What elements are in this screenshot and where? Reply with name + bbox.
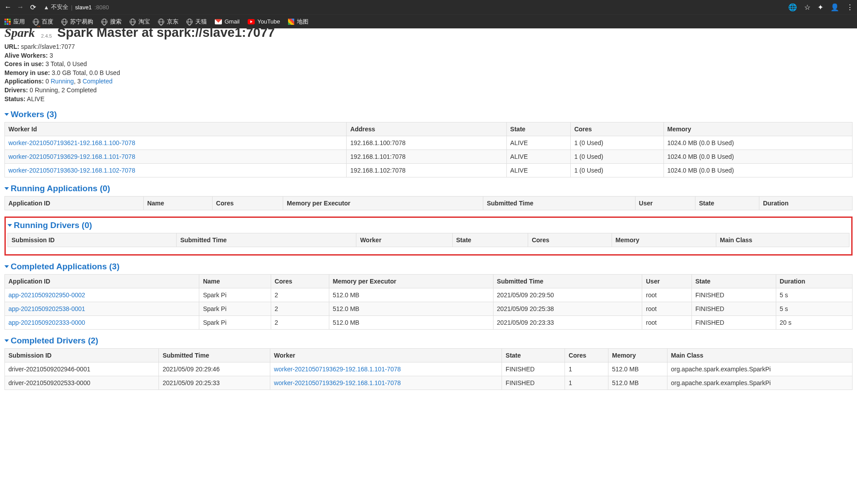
cell-user: root	[642, 288, 691, 302]
globe-icon	[61, 19, 67, 25]
cell-subtime: 2021/05/09 20:25:33	[159, 376, 270, 390]
address-bar[interactable]: ▲ 不安全 | slave1:8080	[43, 3, 109, 11]
running-drivers-heading[interactable]: Running Drivers (0)	[8, 220, 849, 230]
col-worker-id[interactable]: Worker Id	[5, 122, 347, 136]
col-main[interactable]: Main Class	[667, 349, 852, 362]
table-row: worker-20210507193630-192.168.1.102-7078…	[5, 164, 853, 177]
cell-user: root	[642, 316, 691, 330]
col-user[interactable]: User	[642, 275, 691, 288]
running-apps-heading[interactable]: Running Applications (0)	[4, 184, 853, 193]
col-cores[interactable]: Cores	[212, 197, 283, 210]
completed-apps-link[interactable]: Completed	[83, 78, 113, 85]
cell-name: Spark Pi	[199, 302, 271, 316]
bookmark-youtube[interactable]: YouTube	[248, 18, 280, 25]
bookmark-gmail[interactable]: Gmail	[215, 18, 240, 25]
col-worker[interactable]: Worker	[356, 233, 452, 247]
col-worker[interactable]: Worker	[270, 349, 502, 362]
col-mem[interactable]: Memory per Executor	[329, 275, 493, 288]
bookmark-tmall[interactable]: 天猫	[186, 18, 207, 26]
page-title: Spark Master at spark://slave1:7077	[57, 26, 275, 40]
completed-apps-table: Application ID Name Cores Memory per Exe…	[4, 274, 853, 330]
col-mem[interactable]: Memory per Executor	[283, 197, 483, 210]
menu-icon[interactable]: ⋮	[846, 3, 853, 12]
col-state[interactable]: State	[691, 275, 776, 288]
worker-link[interactable]: worker-20210507193621-192.168.1.100-7078	[8, 139, 135, 146]
info-drivers-label: Drivers:	[4, 87, 28, 94]
table-row: driver-20210509202533-00002021/05/09 20:…	[5, 376, 853, 390]
app-link[interactable]: app-20210509202333-0000	[8, 319, 85, 326]
running-apps-section: Running Applications (0) Application ID …	[4, 184, 853, 210]
info-drivers-value: 0 Running, 2 Completed	[30, 87, 97, 94]
back-button[interactable]: ←	[4, 3, 12, 11]
col-cores[interactable]: Cores	[565, 349, 608, 362]
col-appid[interactable]: Application ID	[5, 197, 144, 210]
workers-heading[interactable]: Workers (3)	[4, 110, 853, 119]
col-user[interactable]: User	[635, 197, 695, 210]
col-sub[interactable]: Submitted Time	[493, 275, 642, 288]
col-subtime[interactable]: Submitted Time	[159, 349, 270, 362]
cell-duration: 20 s	[776, 316, 852, 330]
worker-link[interactable]: worker-20210507193630-192.168.1.102-7078	[8, 167, 135, 174]
col-state[interactable]: State	[695, 197, 759, 210]
col-subid[interactable]: Submission ID	[5, 349, 159, 362]
table-row: worker-20210507193621-192.168.1.100-7078…	[5, 136, 853, 150]
col-dur[interactable]: Duration	[759, 197, 853, 210]
completed-apps-heading[interactable]: Completed Applications (3)	[4, 262, 853, 272]
col-mem[interactable]: Memory	[612, 233, 716, 247]
col-name[interactable]: Name	[199, 275, 271, 288]
cell-subid: driver-20210509202533-0000	[5, 376, 159, 390]
app-link[interactable]: app-20210509202538-0001	[8, 305, 85, 312]
bookmark-search[interactable]: 搜索	[101, 18, 122, 26]
security-indicator[interactable]: ▲ 不安全	[43, 3, 68, 11]
workers-table: Worker Id Address State Cores Memory wor…	[4, 122, 853, 177]
col-state[interactable]: State	[452, 233, 528, 247]
worker-link[interactable]: worker-20210507193629-192.168.1.101-7078	[8, 153, 135, 160]
col-name[interactable]: Name	[143, 197, 212, 210]
browser-toolbar: ← → ⟳ ▲ 不安全 | slave1:8080 🌐 ☆ ✦ 👤 ⋮	[0, 0, 857, 14]
worker-link[interactable]: worker-20210507193629-192.168.1.101-7078	[274, 379, 401, 386]
star-icon[interactable]: ☆	[804, 3, 810, 12]
spark-version: 2.4.5	[41, 33, 51, 39]
cell-cores: 1 (0 Used)	[570, 136, 663, 150]
col-subid[interactable]: Submission ID	[8, 233, 177, 247]
col-memory[interactable]: Memory	[663, 122, 853, 136]
col-mem[interactable]: Memory	[608, 349, 667, 362]
app-link[interactable]: app-20210509202950-0002	[8, 291, 85, 299]
caret-down-icon	[8, 224, 12, 227]
col-appid[interactable]: Application ID	[5, 275, 199, 288]
cell-subtime: 2021/05/09 20:29:46	[159, 362, 270, 376]
page-header: Spark 2.4.5 Spark Master at spark://slav…	[4, 26, 853, 40]
worker-link[interactable]: worker-20210507193629-192.168.1.101-7078	[274, 366, 401, 373]
forward-button[interactable]: →	[16, 3, 25, 11]
col-state[interactable]: State	[506, 122, 570, 136]
col-main[interactable]: Main Class	[716, 233, 849, 247]
cell-mem: 512.0 MB	[329, 288, 493, 302]
reload-button[interactable]: ⟳	[28, 3, 37, 12]
col-address[interactable]: Address	[347, 122, 506, 136]
running-apps-link[interactable]: Running	[51, 78, 74, 85]
col-state[interactable]: State	[502, 349, 565, 362]
bookmark-suning[interactable]: 苏宁易购	[61, 18, 93, 26]
caret-down-icon	[4, 339, 9, 342]
cell-cores: 2	[271, 316, 329, 330]
col-cores[interactable]: Cores	[570, 122, 663, 136]
col-cores[interactable]: Cores	[528, 233, 612, 247]
col-cores[interactable]: Cores	[271, 275, 329, 288]
bookmark-map[interactable]: 地图	[288, 18, 308, 26]
bookmark-baidu[interactable]: 百度	[33, 18, 53, 26]
col-subtime[interactable]: Submitted Time	[177, 233, 356, 247]
completed-drivers-heading[interactable]: Completed Drivers (2)	[4, 336, 853, 346]
profile-icon[interactable]: 👤	[830, 3, 839, 12]
security-label: 不安全	[51, 3, 68, 11]
cell-mem: 512.0 MB	[329, 302, 493, 316]
running-drivers-table: Submission ID Submitted Time Worker Stat…	[8, 233, 849, 247]
globe-icon	[33, 19, 39, 25]
col-dur[interactable]: Duration	[776, 275, 852, 288]
col-sub[interactable]: Submitted Time	[483, 197, 635, 210]
translate-icon[interactable]: 🌐	[788, 3, 797, 12]
bookmark-apps[interactable]: 应用	[4, 18, 25, 26]
table-row: app-20210509202950-0002Spark Pi2512.0 MB…	[5, 288, 853, 302]
bookmark-jd[interactable]: 京东	[158, 18, 178, 26]
extensions-icon[interactable]: ✦	[818, 3, 823, 12]
bookmark-taobao[interactable]: 淘宝	[130, 18, 150, 26]
